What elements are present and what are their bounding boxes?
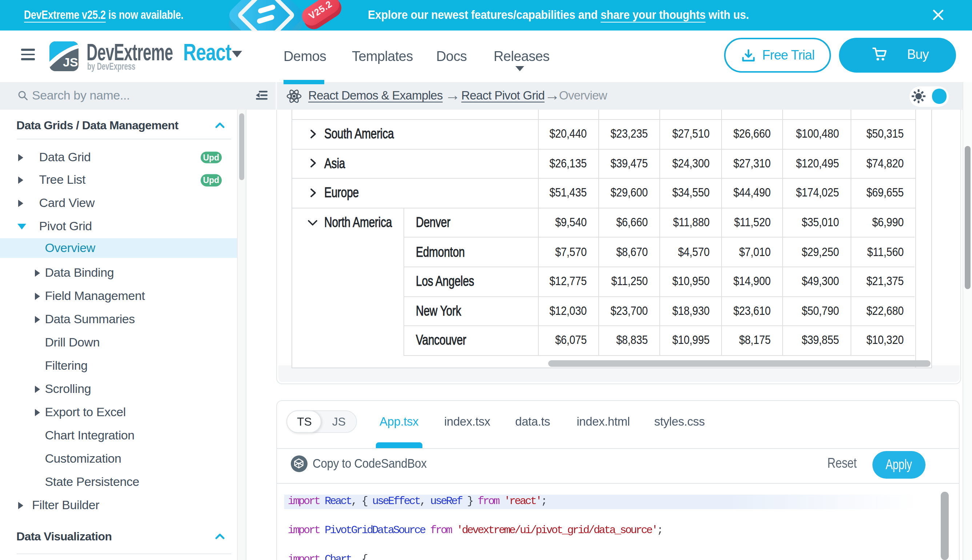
svg-text:JS: JS [63, 55, 78, 69]
